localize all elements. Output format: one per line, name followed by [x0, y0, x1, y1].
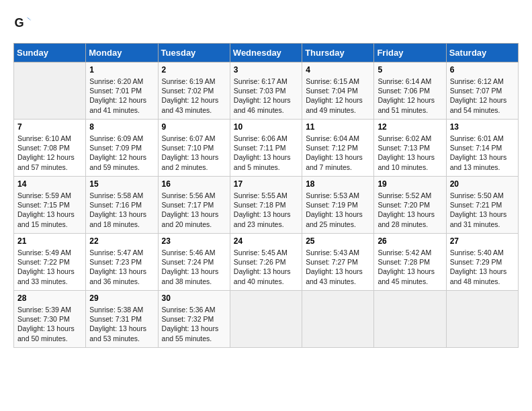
- day-number: 5: [378, 65, 442, 75]
- calendar-cell: 14Sunrise: 5:59 AMSunset: 7:15 PMDayligh…: [14, 177, 86, 234]
- day-number: 9: [162, 122, 226, 132]
- day-number: 18: [306, 179, 370, 189]
- day-number: 30: [162, 293, 226, 303]
- day-number: 2: [162, 65, 226, 75]
- week-row-2: 7Sunrise: 6:10 AMSunset: 7:08 PMDaylight…: [14, 120, 519, 177]
- calendar-cell: 17Sunrise: 5:55 AMSunset: 7:18 PMDayligh…: [230, 177, 302, 234]
- calendar-cell: 1Sunrise: 6:20 AMSunset: 7:01 PMDaylight…: [86, 62, 158, 120]
- calendar-body: 1Sunrise: 6:20 AMSunset: 7:01 PMDaylight…: [14, 62, 519, 348]
- day-info: Sunrise: 5:45 AMSunset: 7:26 PMDaylight:…: [234, 248, 298, 286]
- calendar-cell: 26Sunrise: 5:42 AMSunset: 7:28 PMDayligh…: [374, 234, 446, 291]
- day-number: 23: [162, 236, 226, 246]
- day-header-friday: Friday: [374, 44, 446, 62]
- svg-marker-1: [27, 17, 32, 21]
- day-number: 27: [450, 236, 515, 246]
- calendar-cell: 10Sunrise: 6:06 AMSunset: 7:11 PMDayligh…: [230, 120, 302, 177]
- day-number: 1: [89, 65, 154, 75]
- calendar-cell: [302, 291, 374, 348]
- day-number: 10: [234, 122, 298, 132]
- day-info: Sunrise: 6:06 AMSunset: 7:11 PMDaylight:…: [234, 134, 298, 172]
- day-number: 11: [306, 122, 370, 132]
- svg-text:G: G: [14, 16, 24, 30]
- day-header-saturday: Saturday: [446, 44, 518, 62]
- calendar-cell: 5Sunrise: 6:14 AMSunset: 7:06 PMDaylight…: [374, 62, 446, 120]
- day-info: Sunrise: 5:59 AMSunset: 7:15 PMDaylight:…: [17, 191, 82, 229]
- calendar-cell: 15Sunrise: 5:58 AMSunset: 7:16 PMDayligh…: [86, 177, 158, 234]
- logo-icon: G: [13, 13, 32, 32]
- day-number: 8: [89, 122, 154, 132]
- day-info: Sunrise: 6:15 AMSunset: 7:04 PMDaylight:…: [306, 77, 370, 115]
- day-number: 7: [17, 122, 82, 132]
- day-info: Sunrise: 5:50 AMSunset: 7:21 PMDaylight:…: [450, 191, 515, 229]
- calendar-cell: 29Sunrise: 5:38 AMSunset: 7:31 PMDayligh…: [86, 291, 158, 348]
- day-number: 24: [234, 236, 298, 246]
- day-info: Sunrise: 5:55 AMSunset: 7:18 PMDaylight:…: [234, 191, 298, 229]
- day-header-wednesday: Wednesday: [230, 44, 302, 62]
- day-info: Sunrise: 5:58 AMSunset: 7:16 PMDaylight:…: [89, 191, 154, 229]
- day-number: 17: [234, 179, 298, 189]
- calendar-cell: [374, 291, 446, 348]
- calendar-table: SundayMondayTuesdayWednesdayThursdayFrid…: [13, 43, 519, 348]
- day-number: 15: [89, 179, 154, 189]
- calendar-cell: 24Sunrise: 5:45 AMSunset: 7:26 PMDayligh…: [230, 234, 302, 291]
- calendar-cell: 11Sunrise: 6:04 AMSunset: 7:12 PMDayligh…: [302, 120, 374, 177]
- calendar-cell: 30Sunrise: 5:36 AMSunset: 7:32 PMDayligh…: [158, 291, 230, 348]
- day-info: Sunrise: 5:53 AMSunset: 7:19 PMDaylight:…: [306, 191, 370, 229]
- day-info: Sunrise: 6:02 AMSunset: 7:13 PMDaylight:…: [378, 134, 442, 172]
- calendar-cell: 8Sunrise: 6:09 AMSunset: 7:09 PMDaylight…: [86, 120, 158, 177]
- calendar-cell: 4Sunrise: 6:15 AMSunset: 7:04 PMDaylight…: [302, 62, 374, 120]
- day-info: Sunrise: 6:07 AMSunset: 7:10 PMDaylight:…: [162, 134, 226, 172]
- day-number: 21: [17, 236, 82, 246]
- calendar-cell: 28Sunrise: 5:39 AMSunset: 7:30 PMDayligh…: [14, 291, 86, 348]
- day-number: 28: [17, 293, 82, 303]
- day-info: Sunrise: 6:17 AMSunset: 7:03 PMDaylight:…: [234, 77, 298, 115]
- logo: G: [13, 13, 34, 32]
- calendar-cell: 13Sunrise: 6:01 AMSunset: 7:14 PMDayligh…: [446, 120, 518, 177]
- day-info: Sunrise: 5:47 AMSunset: 7:23 PMDaylight:…: [89, 248, 154, 286]
- day-number: 20: [450, 179, 515, 189]
- day-number: 6: [450, 65, 515, 75]
- day-number: 14: [17, 179, 82, 189]
- calendar-cell: 18Sunrise: 5:53 AMSunset: 7:19 PMDayligh…: [302, 177, 374, 234]
- day-number: 16: [162, 179, 226, 189]
- day-number: 19: [378, 179, 442, 189]
- day-info: Sunrise: 5:40 AMSunset: 7:29 PMDaylight:…: [450, 248, 515, 286]
- day-info: Sunrise: 6:09 AMSunset: 7:09 PMDaylight:…: [89, 134, 154, 172]
- calendar-cell: 7Sunrise: 6:10 AMSunset: 7:08 PMDaylight…: [14, 120, 86, 177]
- day-info: Sunrise: 5:39 AMSunset: 7:30 PMDaylight:…: [17, 305, 82, 343]
- week-row-4: 21Sunrise: 5:49 AMSunset: 7:22 PMDayligh…: [14, 234, 519, 291]
- calendar-cell: 3Sunrise: 6:17 AMSunset: 7:03 PMDaylight…: [230, 62, 302, 120]
- day-number: 3: [234, 65, 298, 75]
- day-number: 29: [89, 293, 154, 303]
- day-info: Sunrise: 5:43 AMSunset: 7:27 PMDaylight:…: [306, 248, 370, 286]
- day-info: Sunrise: 6:12 AMSunset: 7:07 PMDaylight:…: [450, 77, 515, 115]
- day-info: Sunrise: 5:36 AMSunset: 7:32 PMDaylight:…: [162, 305, 226, 343]
- calendar-cell: 21Sunrise: 5:49 AMSunset: 7:22 PMDayligh…: [14, 234, 86, 291]
- calendar-cell: 20Sunrise: 5:50 AMSunset: 7:21 PMDayligh…: [446, 177, 518, 234]
- day-number: 26: [378, 236, 442, 246]
- calendar-header-row: SundayMondayTuesdayWednesdayThursdayFrid…: [14, 44, 519, 62]
- day-info: Sunrise: 5:52 AMSunset: 7:20 PMDaylight:…: [378, 191, 442, 229]
- page-header: G: [13, 13, 519, 32]
- calendar-cell: 22Sunrise: 5:47 AMSunset: 7:23 PMDayligh…: [86, 234, 158, 291]
- calendar-cell: 27Sunrise: 5:40 AMSunset: 7:29 PMDayligh…: [446, 234, 518, 291]
- calendar-cell: 12Sunrise: 6:02 AMSunset: 7:13 PMDayligh…: [374, 120, 446, 177]
- day-info: Sunrise: 6:04 AMSunset: 7:12 PMDaylight:…: [306, 134, 370, 172]
- day-info: Sunrise: 5:46 AMSunset: 7:24 PMDaylight:…: [162, 248, 226, 286]
- calendar-cell: [14, 62, 86, 120]
- day-info: Sunrise: 5:38 AMSunset: 7:31 PMDaylight:…: [89, 305, 154, 343]
- day-header-thursday: Thursday: [302, 44, 374, 62]
- calendar-cell: 16Sunrise: 5:56 AMSunset: 7:17 PMDayligh…: [158, 177, 230, 234]
- calendar-cell: 25Sunrise: 5:43 AMSunset: 7:27 PMDayligh…: [302, 234, 374, 291]
- day-number: 25: [306, 236, 370, 246]
- calendar-cell: 9Sunrise: 6:07 AMSunset: 7:10 PMDaylight…: [158, 120, 230, 177]
- calendar-cell: 6Sunrise: 6:12 AMSunset: 7:07 PMDaylight…: [446, 62, 518, 120]
- day-info: Sunrise: 6:01 AMSunset: 7:14 PMDaylight:…: [450, 134, 515, 172]
- day-info: Sunrise: 6:20 AMSunset: 7:01 PMDaylight:…: [89, 77, 154, 115]
- day-info: Sunrise: 5:42 AMSunset: 7:28 PMDaylight:…: [378, 248, 442, 286]
- day-info: Sunrise: 6:14 AMSunset: 7:06 PMDaylight:…: [378, 77, 442, 115]
- week-row-1: 1Sunrise: 6:20 AMSunset: 7:01 PMDaylight…: [14, 62, 519, 120]
- calendar-cell: 2Sunrise: 6:19 AMSunset: 7:02 PMDaylight…: [158, 62, 230, 120]
- day-header-tuesday: Tuesday: [158, 44, 230, 62]
- calendar-cell: [230, 291, 302, 348]
